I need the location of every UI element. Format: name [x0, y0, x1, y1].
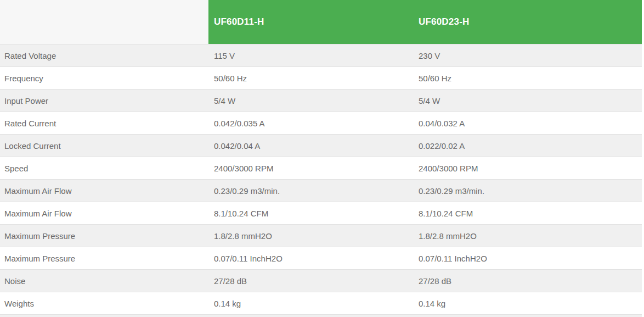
- spec-value-uf60d11h: 0.07/0.11 InchH2O: [208, 247, 413, 270]
- spec-value-uf60d23h: 5/4 W: [413, 90, 642, 112]
- spec-value-uf60d23h: 230 V: [413, 45, 642, 67]
- spec-value-uf60d23h: 27/28 dB: [413, 270, 642, 292]
- spec-value-uf60d11h: 0.23/0.29 m3/min.: [208, 180, 413, 202]
- spec-label: Speed: [0, 157, 208, 180]
- spec-label: Maximum Pressure: [0, 247, 208, 270]
- spec-value-uf60d11h: 0.14 kg: [208, 292, 413, 315]
- column-header-model-uf60d11h: UF60D11-H: [208, 0, 413, 45]
- spec-label: Maximum Air Flow: [0, 180, 208, 202]
- spec-table-body: Rated Voltage 115 V 230 V Frequency 50/6…: [0, 45, 642, 315]
- spec-label: Maximum Air Flow: [0, 202, 208, 225]
- table-row: Noise 27/28 dB 27/28 dB: [0, 270, 642, 292]
- spec-label: Input Power: [0, 90, 208, 112]
- spec-value-uf60d23h: 8.1/10.24 CFM: [413, 202, 642, 225]
- spec-label: Rated Current: [0, 112, 208, 135]
- table-row: Maximum Pressure 0.07/0.11 InchH2O 0.07/…: [0, 247, 642, 270]
- spec-label: Maximum Pressure: [0, 225, 208, 247]
- spec-comparison-table: UF60D11-H UF60D23-H Rated Voltage 115 V …: [0, 0, 642, 317]
- spec-value-uf60d23h: 0.04/0.032 A: [413, 112, 642, 135]
- spec-table-header-row: UF60D11-H UF60D23-H: [0, 0, 642, 45]
- spec-value-uf60d11h: 8.1/10.24 CFM: [208, 202, 413, 225]
- table-row: Frequency 50/60 Hz 50/60 Hz: [0, 67, 642, 90]
- spec-value-uf60d23h: 0.022/0.02 A: [413, 135, 642, 157]
- spec-value-uf60d23h: 2400/3000 RPM: [413, 157, 642, 180]
- spec-label: Weights: [0, 292, 208, 315]
- spec-label: Frequency: [0, 67, 208, 90]
- next-row-sliver: [0, 315, 642, 317]
- spec-value-uf60d11h: 2400/3000 RPM: [208, 157, 413, 180]
- spec-label: Locked Current: [0, 135, 208, 157]
- table-row: Maximum Pressure 1.8/2.8 mmH2O 1.8/2.8 m…: [0, 225, 642, 247]
- spec-value-uf60d11h: 50/60 Hz: [208, 67, 413, 90]
- spec-value-uf60d11h: 5/4 W: [208, 90, 413, 112]
- table-row: Maximum Air Flow 8.1/10.24 CFM 8.1/10.24…: [0, 202, 642, 225]
- table-row: Rated Current 0.042/0.035 A 0.04/0.032 A: [0, 112, 642, 135]
- spec-label: Noise: [0, 270, 208, 292]
- spec-value-uf60d23h: 0.23/0.29 m3/min.: [413, 180, 642, 202]
- spec-value-uf60d11h: 1.8/2.8 mmH2O: [208, 225, 413, 247]
- table-row: Locked Current 0.042/0.04 A 0.022/0.02 A: [0, 135, 642, 157]
- spec-value-uf60d23h: 0.14 kg: [413, 292, 642, 315]
- table-row: Weights 0.14 kg 0.14 kg: [0, 292, 642, 315]
- spec-value-uf60d23h: 50/60 Hz: [413, 67, 642, 90]
- table-row: Maximum Air Flow 0.23/0.29 m3/min. 0.23/…: [0, 180, 642, 202]
- spec-value-uf60d11h: 115 V: [208, 45, 413, 67]
- spec-value-uf60d11h: 27/28 dB: [208, 270, 413, 292]
- table-row: Speed 2400/3000 RPM 2400/3000 RPM: [0, 157, 642, 180]
- spec-value-uf60d11h: 0.042/0.035 A: [208, 112, 413, 135]
- column-header-empty: [0, 0, 208, 45]
- spec-value-uf60d23h: 0.07/0.11 InchH2O: [413, 247, 642, 270]
- spec-value-uf60d11h: 0.042/0.04 A: [208, 135, 413, 157]
- table-row: Input Power 5/4 W 5/4 W: [0, 90, 642, 112]
- spec-label: Rated Voltage: [0, 45, 208, 67]
- spec-value-uf60d23h: 1.8/2.8 mmH2O: [413, 225, 642, 247]
- column-header-model-uf60d23h: UF60D23-H: [413, 0, 642, 45]
- table-row: Rated Voltage 115 V 230 V: [0, 45, 642, 67]
